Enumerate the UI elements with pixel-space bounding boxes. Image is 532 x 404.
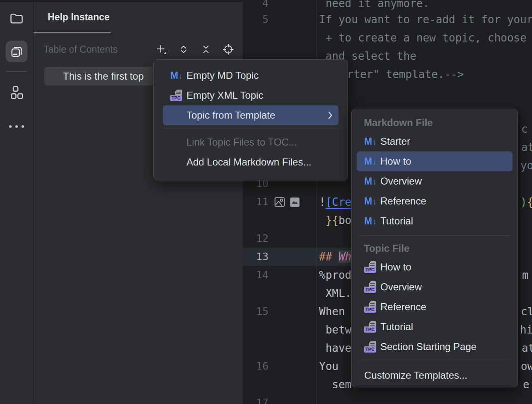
topic-file-icon: TPC — [364, 321, 377, 333]
code-row: his — [520, 321, 532, 339]
code-row: betw — [319, 321, 351, 339]
menu-item-section-starting-page[interactable]: TPCSection Starting Page — [357, 337, 513, 357]
menu-separator — [359, 235, 510, 236]
menu-item-label: Topic from Template — [186, 110, 275, 121]
menu-item-empty-xml-topic[interactable]: TPCEmpty XML Topic — [163, 85, 339, 105]
code-row: + to create a new topic, choose — [319, 29, 532, 47]
panel-separator — [34, 33, 243, 34]
image-outline-icon[interactable] — [273, 196, 286, 208]
code-token: ! — [319, 196, 326, 208]
code-row: ow — [521, 357, 532, 375]
collapse-all-button[interactable] — [199, 43, 212, 56]
gutter-image-icons[interactable] — [273, 193, 300, 211]
menu-item-tutorial[interactable]: TPCTutorial — [357, 317, 513, 337]
markdown-file-icon-slot: M↓ — [364, 197, 380, 206]
locate-button[interactable] — [222, 43, 235, 56]
markdown-file-icon: M↓ — [364, 157, 377, 166]
expand-all-icon — [179, 44, 189, 54]
menu-item-label: Reference — [380, 301, 426, 313]
code-token: }{ — [326, 214, 339, 226]
code-token: When — [319, 305, 345, 318]
toolwindow-stripe — [0, 0, 34, 404]
code-token: at — [522, 342, 532, 354]
code-row: %prod — [319, 266, 351, 284]
submenu-chevron-icon — [328, 111, 333, 119]
menu-item-add-local-markdown-files[interactable]: Add Local Markdown Files... — [163, 152, 339, 172]
code-row: ){ — [520, 193, 532, 211]
ellipsis-icon — [9, 125, 24, 128]
image-filled-icon[interactable] — [289, 197, 300, 208]
topic-badge-glyph: TPC — [364, 346, 376, 353]
menu-item-label: Link Topic Files to TOC... — [186, 136, 297, 148]
code-token: %prod — [319, 269, 351, 281]
code-row: }{bo — [319, 211, 351, 229]
menu-item-link-topic-files-to-toc[interactable]: Link Topic Files to TOC... — [163, 132, 339, 152]
topic-file-icon-slot: TPC — [364, 281, 380, 293]
markdown-file-icon: M↓ — [364, 217, 377, 226]
sidebar-item-structure[interactable] — [0, 85, 33, 100]
code-row: You — [319, 357, 339, 375]
menu-item-label: Overview — [380, 281, 422, 293]
topic-file-icon-slot: TPC — [364, 261, 380, 273]
menu-item-how-to[interactable]: M↓How to — [357, 151, 513, 171]
menu-item-tutorial[interactable]: M↓Tutorial — [357, 211, 513, 231]
menu-item-label: Empty MD Topic — [186, 70, 259, 81]
expand-all-button[interactable] — [177, 43, 190, 56]
topic-page-glyph — [369, 301, 376, 307]
code-token: XML. — [319, 287, 351, 299]
menu-item-label: Empty XML Topic — [186, 90, 263, 101]
code-token: { — [527, 196, 532, 208]
code-token: + to create a new topic, choose — [319, 32, 532, 44]
code-token: bo — [339, 214, 351, 226]
locate-target-icon — [223, 44, 234, 55]
code-token: You — [319, 360, 339, 372]
markdown-file-icon: M↓ — [364, 197, 377, 206]
menu-item-label: Tutorial — [380, 215, 413, 227]
code-row: m — [522, 266, 529, 284]
menu-item-how-to[interactable]: TPCHow to — [357, 257, 513, 277]
menu-item-label: Section Starting Page — [380, 341, 476, 353]
code-token: at — [521, 141, 532, 153]
code-token: m — [522, 269, 529, 281]
code-row: at — [521, 138, 532, 156]
menu-item-label: Reference — [380, 195, 426, 207]
sidebar-item-toc[interactable] — [6, 41, 27, 62]
structure-icon — [9, 85, 24, 100]
code-token: ) — [520, 196, 527, 208]
topic-file-icon-slot: TPC — [364, 321, 380, 333]
topic-badge-glyph: TPC — [364, 287, 376, 293]
code-token: sem — [319, 378, 351, 391]
menu-item-starter[interactable]: M↓Starter — [357, 131, 513, 151]
menu-section-header: Topic File — [352, 240, 517, 257]
window-top-edge — [0, 0, 243, 2]
menu-item-empty-md-topic[interactable]: M↓Empty MD Topic — [163, 66, 339, 85]
topic-file-icon-slot: TPC — [170, 89, 186, 102]
add-topic-button[interactable] — [155, 43, 167, 56]
code-token: cl — [521, 305, 532, 318]
menu-item-overview[interactable]: TPCOverview — [357, 277, 513, 297]
menu-item-overview[interactable]: M↓Overview — [357, 171, 513, 191]
code-row: XML. — [319, 284, 351, 302]
topic-page-glyph — [369, 281, 376, 287]
add-icon — [155, 44, 167, 55]
line-number: 5 — [243, 10, 268, 29]
line-number: 12 — [243, 229, 268, 248]
topic-badge-glyph: TPC — [364, 326, 376, 333]
sidebar-item-project[interactable] — [0, 11, 33, 26]
menu-item-label: Customize Templates... — [364, 370, 467, 381]
line-number: 14 — [243, 266, 268, 284]
menu-item-reference[interactable]: M↓Reference — [357, 191, 513, 211]
menu-item-topic-from-template[interactable]: Topic from Template — [163, 105, 339, 125]
menu-item-label: Overview — [380, 175, 422, 187]
markdown-file-icon: M↓ — [364, 137, 377, 146]
line-number: 17 — [243, 394, 268, 404]
sidebar-item-more[interactable] — [0, 125, 33, 128]
menu-item-customize-templates[interactable]: Customize Templates... — [357, 365, 513, 385]
topic-file-icon: TPC — [170, 89, 183, 102]
code-row: e — [523, 375, 530, 394]
code-token: have — [319, 342, 351, 354]
markdown-file-icon-slot: M↓ — [364, 217, 380, 226]
toc-header-label: Table of Contents — [44, 44, 118, 55]
menu-item-reference[interactable]: TPCReference — [357, 297, 513, 317]
code-row: you — [520, 156, 532, 175]
